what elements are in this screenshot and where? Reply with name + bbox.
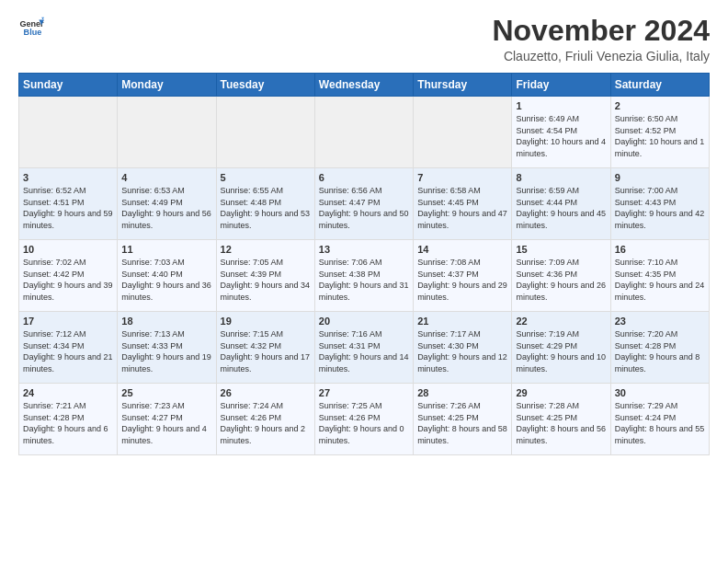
- day-info: Sunrise: 7:08 AM Sunset: 4:37 PM Dayligh…: [417, 257, 507, 303]
- day-number: 2: [615, 100, 705, 111]
- day-number: 7: [417, 172, 507, 183]
- day-info: Sunrise: 7:05 AM Sunset: 4:39 PM Dayligh…: [221, 257, 311, 303]
- day-number: 20: [319, 316, 409, 327]
- calendar-cell: 11Sunrise: 7:03 AM Sunset: 4:40 PM Dayli…: [118, 240, 216, 312]
- col-monday: Monday: [118, 74, 216, 97]
- day-number: 13: [319, 244, 409, 255]
- day-info: Sunrise: 7:13 AM Sunset: 4:33 PM Dayligh…: [121, 328, 211, 374]
- calendar-week-row: 17Sunrise: 7:12 AM Sunset: 4:34 PM Dayli…: [19, 312, 710, 384]
- calendar-cell: 16Sunrise: 7:10 AM Sunset: 4:35 PM Dayli…: [610, 240, 709, 312]
- col-thursday: Thursday: [414, 74, 512, 97]
- day-number: 18: [121, 316, 211, 327]
- day-info: Sunrise: 7:19 AM Sunset: 4:29 PM Dayligh…: [516, 328, 606, 374]
- day-number: 25: [121, 387, 211, 398]
- calendar-cell: 1Sunrise: 6:49 AM Sunset: 4:54 PM Daylig…: [512, 97, 610, 168]
- day-info: Sunrise: 6:53 AM Sunset: 4:49 PM Dayligh…: [121, 185, 211, 231]
- day-number: 10: [23, 244, 113, 255]
- day-info: Sunrise: 6:55 AM Sunset: 4:48 PM Dayligh…: [221, 185, 311, 231]
- title-block: November 2024 Clauzetto, Friuli Venezia …: [492, 15, 710, 63]
- calendar-cell: [19, 97, 118, 168]
- calendar-cell: 28Sunrise: 7:26 AM Sunset: 4:25 PM Dayli…: [414, 384, 512, 455]
- calendar-cell: 22Sunrise: 7:19 AM Sunset: 4:29 PM Dayli…: [512, 312, 610, 384]
- calendar-cell: 23Sunrise: 7:20 AM Sunset: 4:28 PM Dayli…: [610, 312, 709, 384]
- calendar-cell: 12Sunrise: 7:05 AM Sunset: 4:39 PM Dayli…: [216, 240, 314, 312]
- day-number: 21: [417, 316, 507, 327]
- location-title: Clauzetto, Friuli Venezia Giulia, Italy: [492, 49, 710, 63]
- col-saturday: Saturday: [610, 74, 709, 97]
- day-number: 14: [417, 244, 507, 255]
- calendar-cell: 13Sunrise: 7:06 AM Sunset: 4:38 PM Dayli…: [314, 240, 413, 312]
- calendar-week-row: 1Sunrise: 6:49 AM Sunset: 4:54 PM Daylig…: [19, 97, 710, 168]
- day-info: Sunrise: 6:52 AM Sunset: 4:51 PM Dayligh…: [23, 185, 113, 231]
- calendar-cell: 10Sunrise: 7:02 AM Sunset: 4:42 PM Dayli…: [19, 240, 118, 312]
- day-number: 5: [221, 172, 311, 183]
- day-number: 8: [516, 172, 606, 183]
- day-info: Sunrise: 7:12 AM Sunset: 4:34 PM Dayligh…: [23, 328, 113, 374]
- calendar-cell: 4Sunrise: 6:53 AM Sunset: 4:49 PM Daylig…: [118, 168, 216, 240]
- calendar-cell: 20Sunrise: 7:16 AM Sunset: 4:31 PM Dayli…: [314, 312, 413, 384]
- calendar-cell: 24Sunrise: 7:21 AM Sunset: 4:28 PM Dayli…: [19, 384, 118, 455]
- day-info: Sunrise: 7:20 AM Sunset: 4:28 PM Dayligh…: [615, 328, 705, 374]
- day-info: Sunrise: 7:24 AM Sunset: 4:26 PM Dayligh…: [221, 400, 311, 446]
- day-number: 4: [121, 172, 211, 183]
- page-header: General Blue November 2024 Clauzetto, Fr…: [18, 15, 710, 63]
- day-info: Sunrise: 7:25 AM Sunset: 4:26 PM Dayligh…: [319, 400, 409, 446]
- day-info: Sunrise: 7:29 AM Sunset: 4:24 PM Dayligh…: [615, 400, 705, 446]
- logo: General Blue: [18, 15, 44, 40]
- calendar-cell: 25Sunrise: 7:23 AM Sunset: 4:27 PM Dayli…: [118, 384, 216, 455]
- day-number: 6: [319, 172, 409, 183]
- col-wednesday: Wednesday: [314, 74, 413, 97]
- calendar-cell: 5Sunrise: 6:55 AM Sunset: 4:48 PM Daylig…: [216, 168, 314, 240]
- day-number: 16: [615, 244, 705, 255]
- day-info: Sunrise: 7:21 AM Sunset: 4:28 PM Dayligh…: [23, 400, 113, 446]
- month-title: November 2024: [492, 15, 710, 47]
- day-info: Sunrise: 6:50 AM Sunset: 4:52 PM Dayligh…: [615, 113, 705, 159]
- calendar-cell: 2Sunrise: 6:50 AM Sunset: 4:52 PM Daylig…: [610, 97, 709, 168]
- calendar-cell: 3Sunrise: 6:52 AM Sunset: 4:51 PM Daylig…: [19, 168, 118, 240]
- calendar-cell: [414, 97, 512, 168]
- day-number: 24: [23, 387, 113, 398]
- day-number: 22: [516, 316, 606, 327]
- day-info: Sunrise: 7:17 AM Sunset: 4:30 PM Dayligh…: [417, 328, 507, 374]
- calendar-cell: 6Sunrise: 6:56 AM Sunset: 4:47 PM Daylig…: [314, 168, 413, 240]
- day-number: 3: [23, 172, 113, 183]
- day-number: 15: [516, 244, 606, 255]
- day-info: Sunrise: 7:10 AM Sunset: 4:35 PM Dayligh…: [615, 257, 705, 303]
- day-number: 23: [615, 316, 705, 327]
- day-info: Sunrise: 6:49 AM Sunset: 4:54 PM Dayligh…: [516, 113, 606, 159]
- day-info: Sunrise: 7:03 AM Sunset: 4:40 PM Dayligh…: [121, 257, 211, 303]
- calendar-cell: [314, 97, 413, 168]
- day-number: 19: [221, 316, 311, 327]
- calendar-cell: 21Sunrise: 7:17 AM Sunset: 4:30 PM Dayli…: [414, 312, 512, 384]
- day-info: Sunrise: 6:59 AM Sunset: 4:44 PM Dayligh…: [516, 185, 606, 231]
- col-friday: Friday: [512, 74, 610, 97]
- day-info: Sunrise: 7:06 AM Sunset: 4:38 PM Dayligh…: [319, 257, 409, 303]
- day-number: 28: [417, 387, 507, 398]
- day-info: Sunrise: 7:26 AM Sunset: 4:25 PM Dayligh…: [417, 400, 507, 446]
- calendar-week-row: 3Sunrise: 6:52 AM Sunset: 4:51 PM Daylig…: [19, 168, 710, 240]
- col-tuesday: Tuesday: [216, 74, 314, 97]
- calendar-cell: 17Sunrise: 7:12 AM Sunset: 4:34 PM Dayli…: [19, 312, 118, 384]
- calendar-week-row: 10Sunrise: 7:02 AM Sunset: 4:42 PM Dayli…: [19, 240, 710, 312]
- day-number: 11: [121, 244, 211, 255]
- day-info: Sunrise: 7:02 AM Sunset: 4:42 PM Dayligh…: [23, 257, 113, 303]
- calendar-cell: 14Sunrise: 7:08 AM Sunset: 4:37 PM Dayli…: [414, 240, 512, 312]
- calendar-cell: 8Sunrise: 6:59 AM Sunset: 4:44 PM Daylig…: [512, 168, 610, 240]
- day-number: 17: [23, 316, 113, 327]
- day-info: Sunrise: 7:16 AM Sunset: 4:31 PM Dayligh…: [319, 328, 409, 374]
- day-info: Sunrise: 7:09 AM Sunset: 4:36 PM Dayligh…: [516, 257, 606, 303]
- calendar-cell: 15Sunrise: 7:09 AM Sunset: 4:36 PM Dayli…: [512, 240, 610, 312]
- calendar-cell: 29Sunrise: 7:28 AM Sunset: 4:25 PM Dayli…: [512, 384, 610, 455]
- day-number: 9: [615, 172, 705, 183]
- day-number: 26: [221, 387, 311, 398]
- calendar-cell: [216, 97, 314, 168]
- calendar-table: Sunday Monday Tuesday Wednesday Thursday…: [18, 73, 710, 455]
- day-number: 1: [516, 100, 606, 111]
- day-info: Sunrise: 7:23 AM Sunset: 4:27 PM Dayligh…: [121, 400, 211, 446]
- calendar-cell: 19Sunrise: 7:15 AM Sunset: 4:32 PM Dayli…: [216, 312, 314, 384]
- day-number: 27: [319, 387, 409, 398]
- calendar-cell: 26Sunrise: 7:24 AM Sunset: 4:26 PM Dayli…: [216, 384, 314, 455]
- day-info: Sunrise: 6:56 AM Sunset: 4:47 PM Dayligh…: [319, 185, 409, 231]
- calendar-week-row: 24Sunrise: 7:21 AM Sunset: 4:28 PM Dayli…: [19, 384, 710, 455]
- calendar-cell: 18Sunrise: 7:13 AM Sunset: 4:33 PM Dayli…: [118, 312, 216, 384]
